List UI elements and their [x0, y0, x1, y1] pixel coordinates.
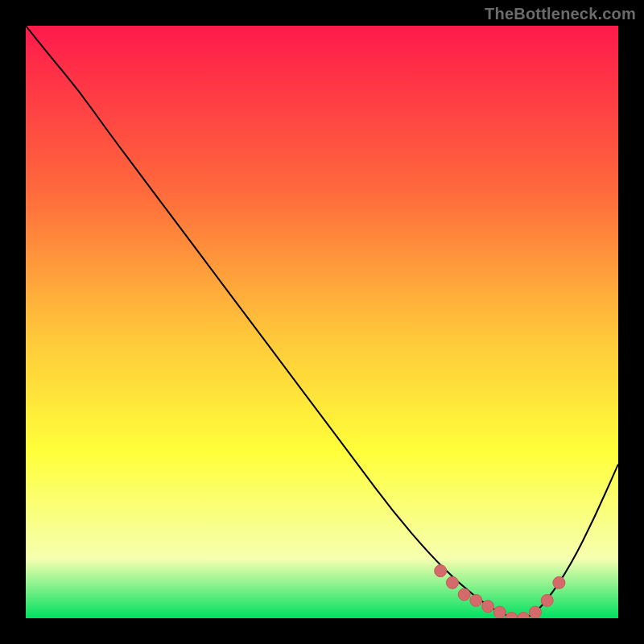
- highlight-marker: [482, 601, 494, 613]
- highlight-marker: [435, 565, 447, 577]
- highlight-marker: [470, 594, 482, 606]
- highlight-marker: [529, 606, 541, 618]
- highlight-marker: [493, 606, 506, 618]
- highlight-marker: [553, 576, 565, 588]
- bottleneck-plot: [26, 26, 618, 618]
- highlight-marker: [458, 588, 470, 601]
- gradient-background: [26, 26, 618, 618]
- chart-stage: TheBottleneck.com: [0, 0, 644, 644]
- watermark-label: TheBottleneck.com: [485, 5, 636, 23]
- highlight-marker: [446, 576, 458, 588]
- highlight-marker: [541, 594, 553, 606]
